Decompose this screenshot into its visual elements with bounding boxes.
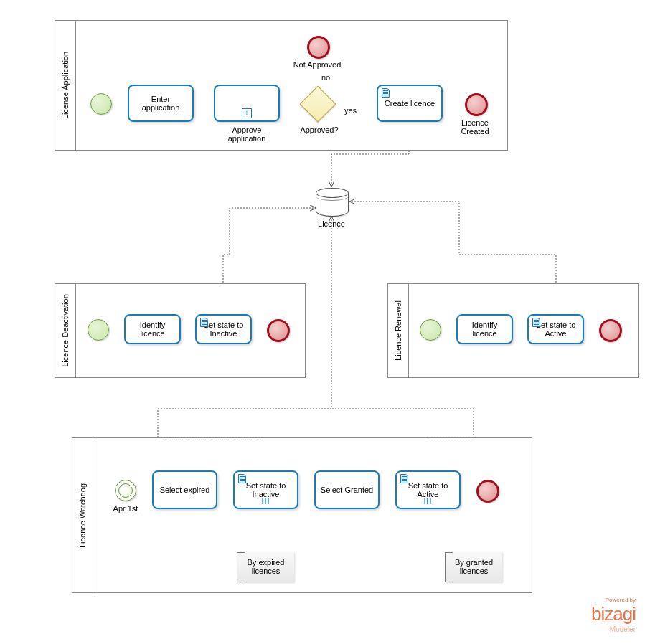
datastore-licence[interactable] — [316, 188, 349, 217]
end-event-licence-created[interactable] — [465, 93, 488, 116]
task-label: Enter application — [132, 95, 189, 112]
multi-instance-icon: III — [424, 498, 432, 506]
task-label: Set state to Inactive — [204, 321, 244, 338]
annotation-text: By granted licences — [455, 558, 493, 575]
annotation-text: By expired licences — [248, 558, 285, 575]
task-label-below: Approve application — [214, 126, 280, 143]
task-label: Select expired — [160, 486, 210, 494]
pool-title: Licence Renewal — [394, 300, 402, 361]
task-identify-licence-renew[interactable]: Identify licence — [456, 314, 513, 344]
bpmn-canvas: License Application Enter application + … — [0, 0, 650, 644]
pool-title: Licence Watchdog — [78, 483, 87, 547]
pool-title: License Application — [61, 52, 70, 119]
annotation-by-expired: By expired licences — [237, 552, 294, 582]
subprocess-marker-icon: + — [242, 108, 252, 118]
task-identify-licence-deact[interactable]: Identify licence — [124, 314, 181, 344]
timer-label: Apr 1st — [108, 504, 143, 513]
task-select-expired[interactable]: Select expired — [152, 470, 217, 509]
task-label: Set state to Active — [536, 321, 576, 338]
bizagi-logo: Powered by bizagi Modeler — [591, 597, 636, 633]
end-event[interactable] — [599, 319, 622, 342]
pool-title: Licence Deactivation — [61, 294, 70, 367]
business-rule-icon — [238, 474, 246, 483]
end-label: Licence Created — [453, 118, 496, 136]
subprocess-approve-application[interactable]: + — [214, 85, 280, 122]
business-rule-icon — [532, 318, 540, 327]
task-enter-application[interactable]: Enter application — [128, 85, 194, 122]
task-select-granted[interactable]: Select Granted — [314, 470, 380, 509]
task-set-inactive-wd[interactable]: Set state to InactiveIII — [233, 470, 298, 509]
task-label: Create licence — [385, 99, 435, 108]
annotation-by-granted: By granted licences — [445, 552, 502, 582]
task-create-licence[interactable]: Create licence — [377, 85, 443, 122]
task-label: Identify licence — [128, 321, 176, 338]
pool-header: License Application — [55, 21, 76, 150]
logo-brand: bizagi — [591, 603, 636, 625]
logo-sub: Modeler — [591, 625, 636, 633]
start-event[interactable] — [88, 319, 109, 341]
task-label: Select Granted — [321, 486, 373, 494]
datastore-label: Licence — [316, 219, 347, 228]
end-event-not-approved[interactable] — [307, 36, 330, 59]
task-set-active-wd[interactable]: Set state to ActiveIII — [395, 470, 461, 509]
business-rule-icon — [400, 474, 408, 483]
business-rule-icon — [200, 318, 208, 327]
start-event[interactable] — [420, 319, 441, 341]
logo-powered-by: Powered by — [591, 597, 636, 603]
flow-label-yes: yes — [344, 106, 357, 115]
timer-start-event[interactable] — [115, 480, 136, 501]
end-event[interactable] — [476, 480, 499, 503]
task-set-active-renew[interactable]: Set state to Active — [527, 314, 584, 344]
gateway-label: Approved? — [298, 126, 341, 134]
end-event[interactable] — [267, 319, 290, 342]
start-event[interactable] — [90, 93, 112, 115]
task-set-inactive-deact[interactable]: Set state to Inactive — [195, 314, 252, 344]
task-label: Set state to Active — [408, 481, 448, 498]
business-rule-icon — [382, 88, 390, 98]
task-label: Identify licence — [461, 321, 509, 338]
task-label: Set state to Inactive — [246, 481, 286, 498]
multi-instance-icon: III — [262, 498, 270, 506]
flow-label-no: no — [321, 73, 330, 82]
pool-header: Licence Deactivation — [55, 284, 76, 377]
end-label: Not Approved — [288, 60, 346, 69]
pool-header: Licence Watchdog — [72, 438, 93, 592]
pool-header: Licence Renewal — [388, 284, 409, 377]
